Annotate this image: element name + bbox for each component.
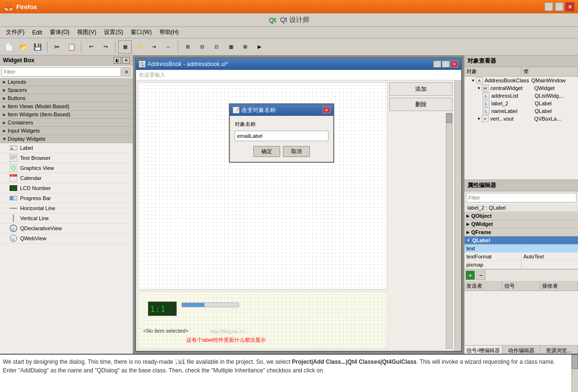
layout-v-button[interactable]: ⊟ — [195, 40, 209, 54]
obj-table-header: 对象 类 — [465, 67, 578, 77]
dialog-close-button[interactable]: ✕ — [323, 107, 330, 113]
layout-grid-button[interactable]: ⊡ — [210, 40, 223, 54]
obj-row-addressbook[interactable]: ▼ A AddressBookClass QMainWindow — [465, 77, 578, 84]
main-scrollbar[interactable] — [454, 80, 461, 351]
menu-view[interactable]: 视图(V) — [73, 27, 100, 37]
obj-row-label2[interactable]: L label_2 QLabel — [465, 100, 578, 107]
ab-del-button[interactable]: 删除 — [389, 98, 453, 111]
ab-scrollbar[interactable] — [446, 113, 453, 349]
ab-minimize-button[interactable]: _ — [433, 61, 441, 67]
obj-class-addresslist: QListWidg... — [534, 93, 578, 99]
prop-value-text[interactable] — [521, 245, 578, 252]
category-buttons[interactable]: ▶ Buttons — [0, 94, 133, 102]
bottom-scroll-thumb[interactable] — [572, 355, 578, 369]
widget-item-calendar[interactable]: 12 Calendar — [0, 173, 133, 183]
prop-row-text[interactable]: text — [465, 245, 578, 253]
buddy-editor-button[interactable]: ↔ — [161, 40, 175, 54]
signal-del-button[interactable]: − — [476, 270, 486, 280]
browser-title-bar: 🦊 Firefox _ □ ✕ — [0, 0, 578, 13]
menu-help[interactable]: 帮助(H) — [156, 27, 183, 37]
open-button[interactable]: 📂 — [16, 40, 30, 54]
widget-item-lcd-number[interactable]: 123 LCD Number — [0, 183, 133, 193]
obj-row-namelabel[interactable]: L nameLabel QLabel — [465, 107, 578, 115]
close-button[interactable]: ✕ — [566, 2, 574, 11]
prop-row-pixmap[interactable]: pixmap — [465, 261, 578, 269]
undo-button[interactable]: ↩ — [84, 40, 98, 54]
category-display-widgets[interactable]: ▶ Display Widgets — [0, 135, 133, 143]
ab-close-button[interactable]: ✕ — [451, 61, 458, 67]
widget-item-qdeclarative[interactable]: Q QDeclarativeView — [0, 224, 133, 234]
bottom-scrollbar[interactable] — [571, 355, 578, 392]
ab-add-button[interactable]: 添加 — [389, 82, 453, 96]
svg-text:Q: Q — [11, 227, 14, 231]
qdeclarative-widget-name: QDeclarativeView — [20, 225, 62, 231]
window-controls: _ □ ✕ — [544, 2, 574, 11]
layout-form-button[interactable]: ▦ — [224, 40, 238, 54]
signal-editor-button[interactable]: ⚡ — [133, 40, 146, 54]
text-browser-widget-name: Text Browser — [20, 155, 51, 161]
toolbar-sep-4 — [178, 41, 178, 53]
widget-item-vertical-line[interactable]: Vertical Line — [0, 213, 133, 224]
copy-button[interactable]: 📋 — [65, 40, 78, 54]
widget-item-text-browser[interactable]: Text Browser — [0, 153, 133, 163]
prop-table: ▶ QObject ▶ QWidget ▶ QFrame ▼ QLabel te… — [465, 212, 578, 269]
prop-filter-input[interactable] — [466, 193, 577, 202]
signal-add-button[interactable]: + — [465, 270, 475, 280]
qobject-expand-icon: ▶ — [466, 214, 469, 218]
panel-close-button[interactable]: ✕ — [122, 57, 130, 64]
prop-group-qframe[interactable]: ▶ QFrame — [465, 228, 578, 236]
prop-row-textformat[interactable]: textFormat AutoText — [465, 253, 578, 261]
new-button[interactable]: 📄 — [2, 40, 15, 54]
menu-file[interactable]: 文件(F) — [2, 27, 28, 37]
dialog-cancel-button[interactable]: 取消 — [283, 146, 310, 157]
widget-item-qwebview[interactable]: Q QWebView — [0, 234, 133, 244]
prop-value-pixmap[interactable] — [521, 261, 578, 269]
maximize-button[interactable]: □ — [555, 2, 564, 11]
widget-filter-input[interactable] — [1, 67, 121, 77]
tab-order-button[interactable]: ⇥ — [147, 40, 160, 54]
prop-group-qwidget[interactable]: ▶ QWidget — [465, 220, 578, 228]
dialog-ok-button[interactable]: 确定 — [253, 146, 280, 157]
category-item-widgets[interactable]: ▶ Item Widgets (Item-Based) — [0, 111, 133, 119]
prop-group-qlabel[interactable]: ▼ QLabel — [465, 236, 578, 245]
menu-window-form[interactable]: 窗体(O) — [46, 27, 73, 37]
category-item-widgets-label: Item Widgets (Item-Based) — [8, 112, 70, 117]
widget-item-graphics-view[interactable]: Graphics View — [0, 163, 133, 173]
category-containers[interactable]: ▶ Containers — [0, 119, 133, 127]
widget-item-progress-bar[interactable]: Progress Bar — [0, 193, 133, 203]
item-views-expand-icon: ▶ — [3, 104, 6, 109]
display-widgets-expand-icon: ▶ — [2, 137, 7, 140]
category-input-widgets-label: Input Widgets — [8, 128, 40, 134]
category-item-views[interactable]: ▶ Item Views (Model-Based) — [0, 102, 133, 111]
widget-editor-button[interactable]: ▦ — [118, 40, 132, 54]
signal-col-sender: 发送者 — [465, 281, 502, 291]
dialog-input[interactable] — [235, 131, 329, 141]
save-button[interactable]: 💾 — [31, 40, 44, 54]
menu-windows[interactable]: 窗口(W) — [127, 27, 155, 37]
prop-group-qobject-label: QObject — [471, 213, 492, 219]
obj-row-central[interactable]: ▼ W centralWidget QWidget — [465, 84, 578, 92]
redo-button[interactable]: ↪ — [99, 40, 112, 54]
cut-button[interactable]: ✂ — [50, 40, 64, 54]
panel-detach-button[interactable]: ◧ — [113, 57, 121, 64]
obj-row-addresslist[interactable]: L addressList QListWidg... — [465, 92, 578, 100]
ab-maximize-button[interactable]: □ — [442, 61, 450, 67]
category-spacers[interactable]: ▶ Spacers — [0, 86, 133, 94]
widget-item-horizontal-line[interactable]: Horizontal Line — [0, 203, 133, 213]
preview-button[interactable]: ▶ — [253, 40, 266, 54]
ab-right-panel: 添加 删除 — [387, 80, 454, 351]
scrollbar-thumb[interactable] — [446, 113, 452, 123]
widget-item-label[interactable]: A Label — [0, 143, 133, 153]
category-input-widgets[interactable]: ▶ Input Widgets — [0, 127, 133, 135]
prop-group-qobject[interactable]: ▶ QObject — [465, 212, 578, 220]
minimize-button[interactable]: _ — [544, 2, 553, 11]
dialog-label: 对象名称 — [235, 121, 329, 128]
obj-row-vboxlayout[interactable]: ▼ V vert...vout QVBoxLa... — [465, 115, 578, 123]
menu-edit[interactable]: Edit — [28, 28, 46, 37]
break-layout-button[interactable]: ⊠ — [238, 40, 252, 54]
layout-h-button[interactable]: ⊞ — [181, 40, 194, 54]
menu-settings[interactable]: 设置(S) — [100, 27, 127, 37]
prop-value-textformat[interactable]: AutoText — [521, 253, 578, 260]
category-layouts[interactable]: ▶ Layouts — [0, 78, 133, 86]
filter-clear-button[interactable]: ✕ — [122, 67, 131, 77]
